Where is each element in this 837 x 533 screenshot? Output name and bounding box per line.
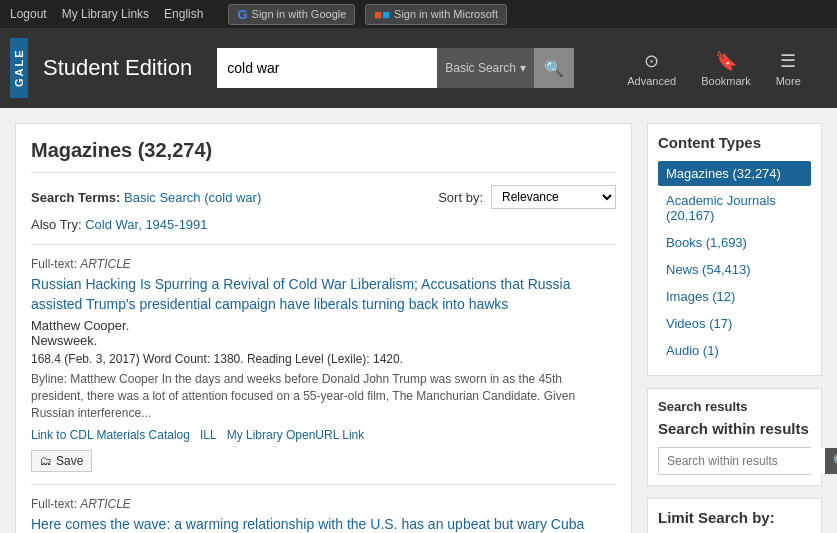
article-source: Newsweek. [31, 333, 616, 348]
sort-row: Sort by: Relevance Date (Newest) Date (O… [438, 185, 616, 209]
save-label: Save [56, 454, 83, 468]
search-within-wrap: 🔍 [658, 447, 811, 475]
search-terms-info: Search Terms: Basic Search (cold war) [31, 190, 261, 205]
sidebar: Content Types Magazines (32,274) Academi… [647, 123, 822, 533]
header: GALE Student Edition Basic Search ▾ 🔍 ⊙ … [0, 28, 837, 108]
article-meta: 168.4 (Feb. 3, 2017) Word Count: 1380. R… [31, 352, 616, 366]
content-types-section: Content Types Magazines (32,274) Academi… [647, 123, 822, 376]
header-actions: ⊙ Advanced 🔖 Bookmark ☰ More [617, 45, 811, 92]
my-library-links-link[interactable]: My Library Links [62, 7, 149, 21]
article-result: Full-text: ARTICLE Here comes the wave: … [31, 484, 616, 533]
top-bar: Logout My Library Links English G Sign i… [0, 0, 837, 28]
bookmark-label: Bookmark [701, 75, 751, 87]
search-within-input[interactable] [659, 448, 825, 474]
article-type-label: ARTICLE [80, 257, 130, 271]
google-icon: G [237, 7, 247, 22]
article-excerpt: Byline: Matthew Cooper In the days and w… [31, 371, 616, 421]
also-try-label: Also Try: [31, 217, 85, 232]
more-icon: ☰ [780, 50, 796, 72]
limit-search-section: Limit Search by: Full Text Contains Imag… [647, 498, 822, 533]
language-selector[interactable]: English [164, 7, 203, 21]
search-submit-button[interactable]: 🔍 [534, 48, 574, 88]
search-within-title: Search within results [658, 420, 811, 437]
article-type-label: ARTICLE [80, 497, 130, 511]
more-label: More [776, 75, 801, 87]
bookmark-button[interactable]: 🔖 Bookmark [691, 45, 761, 92]
limit-search-title: Limit Search by: [658, 509, 811, 526]
sign-in-google-button[interactable]: G Sign in with Google [228, 4, 355, 25]
microsoft-icon: ■■ [374, 7, 390, 22]
search-results-label: Search results [658, 399, 811, 414]
content-area: Magazines (32,274) Search Terms: Basic S… [15, 123, 632, 533]
search-icon: 🔍 [544, 59, 564, 78]
sort-select[interactable]: Relevance Date (Newest) Date (Oldest) Au… [491, 185, 616, 209]
main-layout: Magazines (32,274) Search Terms: Basic S… [0, 108, 837, 533]
site-title: Student Edition [43, 55, 192, 81]
content-type-videos[interactable]: Videos (17) [658, 311, 811, 336]
save-icon: 🗂 [40, 454, 52, 468]
article-title-link[interactable]: Russian Hacking Is Spurring a Revival of… [31, 275, 616, 314]
content-type-images[interactable]: Images (12) [658, 284, 811, 309]
search-within-icon: 🔍 [833, 453, 837, 469]
ill-link[interactable]: ILL [200, 428, 217, 442]
more-button[interactable]: ☰ More [766, 45, 811, 92]
sort-label: Sort by: [438, 190, 483, 205]
search-input[interactable] [217, 48, 437, 88]
content-type-academic[interactable]: Academic Journals (20,167) [658, 188, 811, 228]
search-type-label: Basic Search [445, 61, 516, 75]
advanced-icon: ⊙ [644, 50, 659, 72]
article-links: Link to CDL Materials Catalog ILL My Lib… [31, 428, 616, 442]
fulltext-label: Full-text: ARTICLE [31, 497, 616, 511]
search-terms-row: Search Terms: Basic Search (cold war) So… [31, 185, 616, 209]
fulltext-label: Full-text: ARTICLE [31, 257, 616, 271]
sign-in-group: G Sign in with Google ■■ Sign in with Mi… [228, 4, 507, 25]
search-within-button[interactable]: 🔍 [825, 448, 837, 474]
logout-link[interactable]: Logout [10, 7, 47, 21]
openurl-link[interactable]: My Library OpenURL Link [227, 428, 365, 442]
cdl-link[interactable]: Link to CDL Materials Catalog [31, 428, 190, 442]
advanced-search-button[interactable]: ⊙ Advanced [617, 45, 686, 92]
advanced-label: Advanced [627, 75, 676, 87]
sign-in-microsoft-label: Sign in with Microsoft [394, 8, 498, 20]
content-type-audio[interactable]: Audio (1) [658, 338, 811, 363]
search-box-wrapper: Basic Search ▾ 🔍 [217, 48, 597, 88]
page-title: Magazines (32,274) [31, 139, 616, 173]
article-author: Matthew Cooper. [31, 318, 616, 333]
save-button[interactable]: 🗂 Save [31, 450, 92, 472]
sign-in-microsoft-button[interactable]: ■■ Sign in with Microsoft [365, 4, 507, 25]
content-type-books[interactable]: Books (1,693) [658, 230, 811, 255]
article-title-link[interactable]: Here comes the wave: a warming relations… [31, 515, 616, 533]
article-result: Full-text: ARTICLE Russian Hacking Is Sp… [31, 244, 616, 484]
search-type-button[interactable]: Basic Search ▾ [437, 48, 534, 88]
also-try-link[interactable]: Cold War, 1945-1991 [85, 217, 207, 232]
gale-logo: GALE [10, 38, 28, 98]
search-within-section: Search results Search within results 🔍 [647, 388, 822, 486]
content-type-news[interactable]: News (54,413) [658, 257, 811, 282]
also-try: Also Try: Cold War, 1945-1991 [31, 217, 616, 232]
search-terms-link[interactable]: Basic Search (cold war) [124, 190, 261, 205]
bookmark-icon: 🔖 [715, 50, 737, 72]
sign-in-google-label: Sign in with Google [252, 8, 347, 20]
chevron-down-icon: ▾ [520, 61, 526, 75]
content-type-magazines[interactable]: Magazines (32,274) [658, 161, 811, 186]
content-types-title: Content Types [658, 134, 811, 151]
